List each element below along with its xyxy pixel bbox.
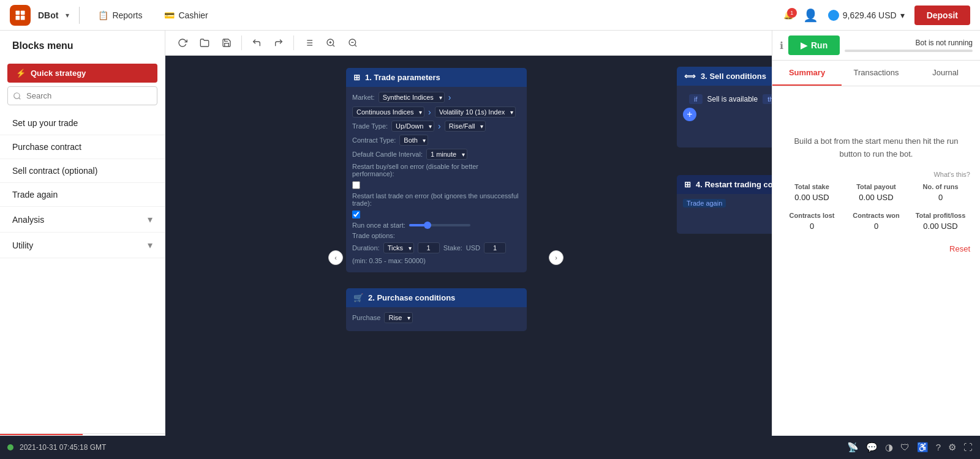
format-button[interactable] — [299, 34, 318, 51]
market-select-synthetic[interactable]: Synthetic Indices — [379, 92, 445, 103]
block-title: 3. Sell conditions — [701, 72, 766, 81]
sell-is-available: Sell is available — [707, 95, 758, 103]
tab-transactions[interactable]: Transactions — [842, 61, 911, 86]
run-icon: ▶ — [801, 40, 807, 50]
block-body-restart: Trade again — [677, 194, 772, 234]
tab-summary[interactable]: Summary — [772, 61, 842, 86]
stake-range: (min: 0.35 - max: 50000) — [352, 257, 426, 264]
status-dot-icon — [7, 444, 13, 450]
search-input[interactable] — [7, 86, 157, 105]
total-profit-stat: Total profit/loss 0.00 USD — [911, 212, 970, 231]
notification-button[interactable]: 🔔 1 — [783, 10, 793, 20]
app-dropdown-arrow[interactable]: ▾ — [66, 11, 69, 20]
restart-buy-checkbox[interactable] — [352, 181, 360, 189]
run-once-slider[interactable] — [409, 224, 470, 226]
duration-row: Duration: Ticks Stake: USD (min: 0.35 - … — [352, 242, 521, 264]
restart-last-checkbox[interactable] — [352, 211, 360, 218]
arrow-icon: › — [448, 92, 451, 102]
chat-icon[interactable]: 💬 — [866, 442, 878, 453]
trade-type-select-wrap-1: Up/Down — [391, 121, 434, 132]
sidebar-item-label: Analysis — [12, 215, 44, 225]
trade-type-select-updown[interactable]: Up/Down — [391, 121, 434, 132]
reports-icon: 📋 — [98, 10, 108, 20]
bottom-icons: 📡 💬 ◑ 🛡 ♿ ? ⚙ ⛶ — [847, 442, 973, 453]
reset-button[interactable]: Reset — [949, 241, 970, 257]
contract-type-label: Contract Type: — [352, 136, 396, 144]
sidebar-item-sell-contract[interactable]: Sell contract (optional) — [0, 159, 165, 183]
duration-value-input[interactable] — [418, 242, 440, 253]
sidebar-item-purchase-contract[interactable]: Purchase contract — [0, 135, 165, 159]
whats-this-link[interactable]: What's this? — [782, 171, 970, 178]
accessibility-icon[interactable]: ♿ — [917, 442, 929, 453]
deposit-button[interactable]: Deposit — [914, 6, 970, 25]
purchase-value-select[interactable]: Rise — [384, 312, 413, 323]
market-label: Market: — [352, 94, 375, 101]
refresh-button[interactable] — [173, 34, 192, 51]
status-timestamp: 2021-10-31 07:45:18 GMT — [20, 443, 106, 452]
block-title: 4. Restart trading conditions — [696, 180, 772, 189]
redo-button[interactable] — [269, 34, 288, 51]
build-message: Build a bot from the start menu then hit… — [782, 135, 970, 161]
settings-icon[interactable]: ⚙ — [948, 442, 956, 453]
chevron-down-icon: ▾ — [148, 214, 153, 225]
candle-interval-select[interactable]: 1 minute — [426, 149, 467, 160]
toolbar — [165, 31, 772, 56]
user-profile-button[interactable]: 👤 — [803, 8, 818, 23]
undo-button[interactable] — [247, 34, 266, 51]
fullscreen-icon[interactable]: ⛶ — [963, 442, 973, 453]
quick-strategy-button[interactable]: ⚡ Quick strategy — [7, 64, 157, 83]
sidebar-item-utility[interactable]: Utility ▾ — [0, 233, 165, 258]
logo-icon[interactable] — [10, 5, 31, 26]
then-label: then — [763, 94, 772, 104]
balance-value: 9,629.46 USD — [843, 10, 897, 20]
cashier-button[interactable]: 💳 Cashier — [156, 7, 216, 24]
info-icon[interactable]: ℹ — [780, 40, 783, 51]
reports-button[interactable]: 📋 Reports — [89, 7, 151, 24]
zoom-out-button[interactable] — [343, 34, 363, 51]
theme-icon[interactable]: ◑ — [885, 442, 893, 453]
run-button[interactable]: ▶ Run — [788, 35, 840, 55]
sell-add-button[interactable]: + — [683, 108, 696, 121]
quick-strategy-label: Quick strategy — [31, 69, 86, 78]
duration-unit-select[interactable]: Ticks — [383, 242, 414, 253]
sidebar-item-analysis[interactable]: Analysis ▾ — [0, 207, 165, 233]
block-body-trade-params: Market: Synthetic Indices › Continuous I… — [346, 87, 527, 272]
no-of-runs-value: 0 — [911, 193, 970, 202]
zoom-in-button[interactable] — [321, 34, 341, 51]
restart-last-row: Restart last trade on error (bot ignores… — [352, 192, 521, 218]
network-icon[interactable]: 📡 — [847, 442, 859, 453]
collapse-sidebar-btn[interactable]: ‹ — [328, 250, 343, 265]
trade-type-select-risefall[interactable]: Rise/Fall — [445, 121, 486, 132]
sidebar-item-trade-again[interactable]: Trade again — [0, 183, 165, 207]
total-payout-stat: Total payout 0.00 USD — [846, 183, 906, 202]
open-button[interactable] — [195, 34, 214, 51]
trade-type-row: Trade Type: Up/Down › Rise/Fall — [352, 121, 521, 132]
bot-status-area: Bot is not running — [845, 39, 973, 52]
block-header-restart: ⊞ 4. Restart trading conditions — [677, 175, 772, 194]
tab-journal[interactable]: Journal — [911, 61, 980, 86]
svg-rect-0 — [16, 10, 20, 15]
market-select-continuous[interactable]: Continuous Indices — [352, 106, 424, 118]
market-select-wrap-1: Synthetic Indices — [379, 92, 445, 103]
shield-icon[interactable]: 🛡 — [900, 442, 910, 453]
sell-condition-row: if Sell is available then — [683, 91, 772, 108]
topnav: DBot ▾ 📋 Reports 💳 Cashier 🔔 1 👤 9,629.4… — [0, 0, 980, 31]
sidebar-item-set-up-trade[interactable]: Set up your trade — [0, 111, 165, 135]
purchase-row: Purchase Rise — [352, 312, 521, 323]
market-select-volatility[interactable]: Volatility 10 (1s) Index — [435, 106, 516, 118]
contract-type-select[interactable]: Both — [399, 135, 428, 146]
help-icon[interactable]: ? — [936, 442, 941, 453]
sell-icon: ⟺ — [684, 72, 696, 81]
canvas-area[interactable]: ⊞ 1. Trade parameters Market: Synthetic … — [165, 56, 772, 459]
stake-currency: USD — [466, 244, 480, 252]
contracts-lost-label: Contracts lost — [782, 212, 842, 219]
save-button[interactable] — [217, 34, 236, 51]
total-stake-label: Total stake — [782, 183, 842, 190]
balance-area[interactable]: 9,629.46 USD ▾ — [828, 10, 905, 21]
total-payout-label: Total payout — [846, 183, 906, 190]
restart-buy-label: Restart buy/sell on error (disable for b… — [352, 163, 521, 177]
balance-dropdown-arrow[interactable]: ▾ — [900, 10, 905, 20]
sidebar-item-label: Purchase contract — [12, 142, 81, 152]
stake-value-input[interactable] — [484, 242, 506, 253]
collapse-right-panel-btn[interactable]: › — [549, 250, 564, 265]
